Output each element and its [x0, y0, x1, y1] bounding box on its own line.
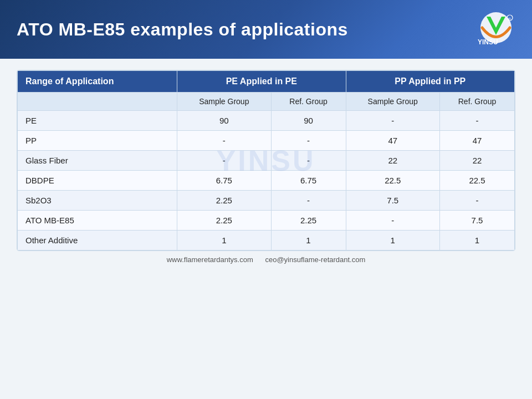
table-cell: - [271, 131, 346, 151]
table-cell: 1 [439, 231, 514, 250]
footer-website: www.flameretardantys.com [167, 255, 253, 264]
table-header-row-2: Sample Group Ref. Group Sample Group Ref… [18, 93, 515, 111]
table-cell: 1 [271, 231, 346, 250]
sub-header-pe-sample: Sample Group [177, 93, 271, 111]
table-cell: 47 [439, 131, 514, 151]
table-cell: - [439, 111, 514, 131]
table-cell: 47 [346, 131, 439, 151]
table-row: PP--4747 [18, 131, 515, 151]
table-cell: 22.5 [439, 171, 514, 191]
table-cell: 6.75 [271, 171, 346, 191]
table-cell: - [177, 131, 271, 151]
table-cell: Other Additive [18, 231, 177, 250]
table-cell: Sb2O3 [18, 191, 177, 211]
table-cell: 2.25 [177, 211, 271, 231]
sub-header-pp-ref: Ref. Group [439, 93, 514, 111]
table-cell: PE [18, 111, 177, 131]
table-cell: 7.5 [439, 211, 514, 231]
table-row: Sb2O32.25-7.5- [18, 191, 515, 211]
table-cell: 2.25 [271, 211, 346, 231]
table-cell: PP [18, 131, 177, 151]
page: ATO MB-E85 examples of applications YINS… [0, 0, 532, 399]
table-wrapper: YINSU Range of Application PE Applied in… [17, 70, 515, 251]
table-cell: ATO MB-E85 [18, 211, 177, 231]
table-row: PE9090-- [18, 111, 515, 131]
table-cell: DBDPE [18, 171, 177, 191]
table-cell: 22 [346, 151, 439, 171]
logo-container: YINSU R [466, 10, 515, 49]
table-cell: 90 [271, 111, 346, 131]
table-cell: - [346, 111, 439, 131]
table-cell: - [177, 151, 271, 171]
footer: www.flameretardantys.com ceo@yinsuflame-… [17, 251, 515, 267]
col-header-range: Range of Application [18, 71, 177, 93]
table-cell: 2.25 [177, 191, 271, 211]
svg-text:YINSU: YINSU [478, 38, 498, 46]
footer-email: ceo@yinsuflame-retardant.com [265, 255, 365, 264]
table-cell: 1 [346, 231, 439, 250]
sub-header-empty [18, 93, 177, 111]
table-cell: - [346, 211, 439, 231]
table-cell: - [271, 191, 346, 211]
yinsu-logo: YINSU R [466, 10, 515, 49]
table-cell: 7.5 [346, 191, 439, 211]
col-header-pp: PP Applied in PP [346, 71, 514, 93]
table-cell: 90 [177, 111, 271, 131]
table-cell: 6.75 [177, 171, 271, 191]
table-cell: - [271, 151, 346, 171]
table-row: ATO MB-E852.252.25-7.5 [18, 211, 515, 231]
page-title: ATO MB-E85 examples of applications [17, 19, 348, 40]
table-body: PE9090--PP--4747Glass Fiber--2222DBDPE6.… [18, 111, 515, 250]
table-row: Other Additive1111 [18, 231, 515, 250]
table-row: Glass Fiber--2222 [18, 151, 515, 171]
body-area: YINSU Range of Application PE Applied in… [0, 59, 532, 399]
sub-header-pe-ref: Ref. Group [271, 93, 346, 111]
table-cell: - [439, 191, 514, 211]
data-table: Range of Application PE Applied in PE PP… [17, 70, 515, 250]
table-header-row-1: Range of Application PE Applied in PE PP… [18, 71, 515, 93]
sub-header-pp-sample: Sample Group [346, 93, 439, 111]
table-cell: Glass Fiber [18, 151, 177, 171]
header: ATO MB-E85 examples of applications YINS… [0, 0, 532, 59]
svg-text:R: R [509, 17, 511, 21]
table-cell: 22.5 [346, 171, 439, 191]
col-header-pe: PE Applied in PE [177, 71, 346, 93]
table-row: DBDPE6.756.7522.522.5 [18, 171, 515, 191]
table-container: Range of Application PE Applied in PE PP… [17, 70, 515, 251]
table-cell: 22 [439, 151, 514, 171]
table-cell: 1 [177, 231, 271, 250]
